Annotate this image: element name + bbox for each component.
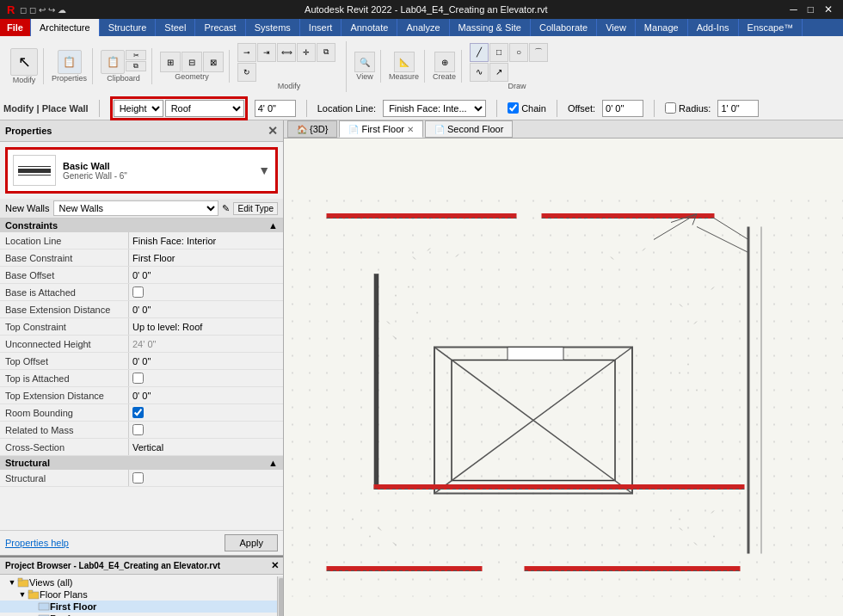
analyze-tab[interactable]: Analyze: [397, 19, 449, 36]
radius-checkbox[interactable]: [665, 102, 676, 114]
location-line-dropdown[interactable]: Finish Face: Inte... Wall Centerline Cor…: [383, 100, 486, 117]
base-ext-dist-value[interactable]: 0' 0": [129, 301, 283, 317]
related-mass-checkbox[interactable]: [132, 424, 144, 435]
base-constraint-value[interactable]: First Floor: [129, 249, 283, 266]
view-tool-btn[interactable]: 🔍: [354, 52, 375, 72]
new-walls-dropdown[interactable]: New Walls: [53, 200, 219, 216]
related-mass-value[interactable]: [129, 422, 283, 438]
draw-circle-btn[interactable]: ○: [509, 43, 528, 62]
addins-tab[interactable]: Add-Ins: [688, 19, 739, 36]
structural-collapse-icon[interactable]: ▲: [268, 458, 278, 468]
room-bounding-value[interactable]: [129, 404, 283, 421]
create-btn[interactable]: ⊕: [434, 52, 455, 72]
draw-rect-btn[interactable]: □: [489, 43, 508, 62]
height-roof-selector[interactable]: Height Depth Roof Unconnected First Floo…: [110, 96, 248, 120]
structural-prop-value[interactable]: [129, 470, 283, 486]
top-ext-dist-value[interactable]: 0' 0": [129, 387, 283, 403]
wall-type-selector[interactable]: Basic Wall Generic Wall - 6" ▼: [5, 147, 278, 194]
view-tab[interactable]: View: [597, 19, 636, 36]
unconnected-height-value[interactable]: 24' 0": [129, 336, 283, 352]
radius-input[interactable]: [717, 100, 759, 117]
wall-preview: [13, 155, 56, 186]
roof-dropdown[interactable]: Roof Unconnected First Floor Second Floo…: [165, 100, 244, 117]
draw-spline-btn[interactable]: ∿: [470, 63, 489, 82]
base-constraint-text: First Floor: [132, 253, 175, 263]
precast-tab[interactable]: Precast: [195, 19, 245, 36]
top-attached-checkbox[interactable]: [132, 373, 144, 384]
structural-prop-label: Structural: [0, 470, 129, 486]
steel-tab[interactable]: Steel: [156, 19, 195, 36]
base-offset-value[interactable]: 0' 0": [129, 267, 283, 283]
type-dropdown-arrow[interactable]: ▼: [258, 163, 270, 177]
tree-first-floor[interactable]: First Floor: [0, 601, 277, 613]
insert-tab[interactable]: Insert: [300, 19, 342, 36]
tree-roof[interactable]: Roof: [0, 613, 277, 616]
offset-input[interactable]: [602, 100, 643, 117]
align-button[interactable]: ⊸: [237, 43, 256, 62]
cut-button[interactable]: ✂: [126, 50, 146, 60]
ribbon-content: ↖ Modify 📋 Properties 📋 ✂ ⧉ Clipboard: [0, 36, 843, 96]
location-line-prop-value[interactable]: Finish Face: Interior: [129, 232, 283, 249]
tab-first-floor-close[interactable]: ✕: [407, 125, 414, 134]
join-button[interactable]: ⊞: [160, 52, 181, 72]
systems-tab[interactable]: Systems: [246, 19, 300, 36]
draw-pick-btn[interactable]: ↗: [489, 63, 508, 82]
modify-button[interactable]: ↖: [10, 48, 38, 76]
cross-section-value[interactable]: Vertical: [129, 439, 283, 455]
manage-tab[interactable]: Manage: [636, 19, 688, 36]
tab-3d[interactable]: 🏠 {3D}: [287, 120, 337, 138]
top-constraint-value[interactable]: Up to level: Roof: [129, 318, 283, 335]
copy-button[interactable]: ⧉: [126, 61, 146, 71]
properties-button[interactable]: 📋: [58, 50, 82, 74]
annotate-tab[interactable]: Annotate: [342, 19, 397, 36]
tree-toggle-views[interactable]: ▼: [7, 577, 17, 588]
create-label: Create: [433, 72, 456, 81]
geometry-btn2[interactable]: ⊟: [182, 52, 202, 72]
window-controls[interactable]: ─ □ ✕: [786, 3, 836, 15]
massing-tab[interactable]: Massing & Site: [450, 19, 531, 36]
tree-views-all[interactable]: ▼ Views (all): [0, 576, 277, 588]
draw-arc-btn[interactable]: ⌒: [529, 43, 548, 62]
structural-section-header[interactable]: Structural ▲: [0, 456, 283, 470]
base-attached-checkbox[interactable]: [132, 286, 144, 298]
mirror-button[interactable]: ⟺: [277, 43, 296, 62]
enscape-tab[interactable]: Enscape™: [739, 19, 803, 36]
apply-button[interactable]: Apply: [225, 534, 278, 551]
height-dimension-input[interactable]: [255, 100, 296, 117]
properties-help-link[interactable]: Properties help: [5, 538, 69, 548]
architecture-tab[interactable]: Architecture: [31, 19, 100, 36]
svg-rect-3: [28, 590, 33, 593]
move-button[interactable]: ✛: [297, 43, 316, 62]
copy-tool-button[interactable]: ⧉: [317, 43, 335, 62]
tab-second-floor[interactable]: 📄 Second Floor: [425, 120, 513, 138]
tree-floor-plans[interactable]: ▼ Floor Plans: [0, 588, 277, 601]
top-constraint-text: Up to level: Roof: [132, 322, 202, 332]
measure-btn[interactable]: 📐: [394, 52, 415, 72]
draw-line-btn[interactable]: ╱: [470, 43, 489, 62]
tab-first-floor[interactable]: 📄 First Floor ✕: [339, 120, 423, 138]
paste-button[interactable]: 📋: [101, 50, 125, 74]
chain-checkbox[interactable]: [508, 102, 519, 114]
height-dropdown[interactable]: Height Depth: [114, 100, 163, 117]
file-tab[interactable]: File: [0, 19, 31, 36]
base-attached-value[interactable]: [129, 284, 283, 300]
collaborate-tab[interactable]: Collaborate: [531, 19, 597, 36]
room-bounding-checkbox[interactable]: [132, 407, 144, 418]
drawing-canvas[interactable]: [284, 139, 843, 616]
properties-close-button[interactable]: ✕: [268, 124, 278, 138]
properties-footer: Properties help Apply: [0, 530, 283, 555]
offset-button[interactable]: ⇥: [257, 43, 276, 62]
cmd-separator-5: [654, 100, 655, 117]
edit-type-button[interactable]: Edit Type: [233, 202, 278, 215]
constraints-section-header[interactable]: Constraints ▲: [0, 219, 283, 232]
structural-checkbox[interactable]: [132, 472, 144, 484]
tree-toggle-floor-plans[interactable]: ▼: [17, 589, 28, 600]
top-offset-value[interactable]: 0' 0": [129, 353, 283, 369]
constraints-collapse-icon[interactable]: ▲: [268, 220, 278, 231]
structure-tab[interactable]: Structure: [100, 19, 157, 36]
browser-scrollbar[interactable]: [277, 576, 284, 616]
top-attached-value[interactable]: [129, 370, 283, 386]
project-browser-close[interactable]: ✕: [271, 560, 279, 571]
geometry-btn3[interactable]: ⊠: [203, 52, 224, 72]
rotate-button[interactable]: ↻: [237, 63, 256, 82]
